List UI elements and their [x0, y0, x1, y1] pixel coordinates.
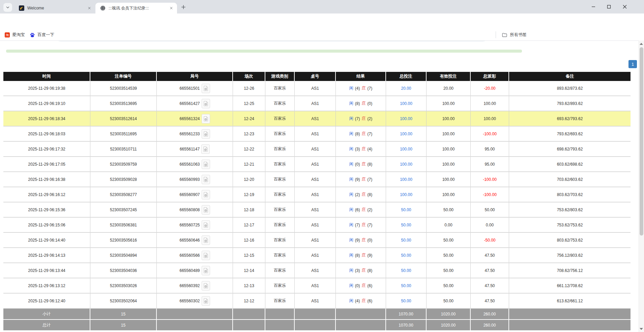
video-replay-button[interactable] [202, 175, 210, 184]
window-maximize-button[interactable] [604, 3, 614, 11]
all-bookmarks-button[interactable]: 所有书签 [502, 32, 527, 38]
tab-search-button[interactable] [3, 3, 12, 12]
bet-id-cell: 523003510711 [90, 142, 157, 156]
video-replay-button[interactable] [202, 99, 210, 108]
table-row[interactable]: 2025-11-29 06:13:44523003504036665560489… [3, 263, 631, 278]
new-tab-button[interactable] [180, 4, 187, 10]
tab-welcome[interactable]: Welcome [14, 3, 95, 13]
window-close-button[interactable] [620, 3, 630, 11]
video-replay-button[interactable] [202, 281, 210, 290]
valid-bet-cell: 20.00 [427, 81, 471, 95]
round-cell: 665561063 [157, 157, 233, 171]
total-bet-link[interactable]: 50.00 [386, 263, 427, 278]
tab-close-icon[interactable] [168, 5, 174, 11]
session-cell: 12-18 [233, 202, 265, 217]
table-row[interactable]: 2025-11-29 06:15:36523003507245665560808… [3, 202, 631, 218]
video-replay-button[interactable] [202, 251, 210, 260]
total-bet-link[interactable]: 100.00 [386, 157, 427, 171]
table-row[interactable]: 2025-11-29 06:12:40523003502064665560302… [3, 294, 631, 309]
table-row[interactable]: 2025-11-29 06:17:32523003510711665561147… [3, 142, 631, 157]
remark-cell: 753.62/803.62 [509, 202, 631, 217]
round-number: 665561147 [180, 147, 200, 151]
summary-count: 15 [90, 309, 157, 319]
video-replay-button[interactable] [202, 266, 210, 275]
valid-bet-cell: 100.00 [427, 157, 471, 171]
table-row[interactable]: 2025-11-29 06:14:40523003505616665560646… [3, 233, 631, 248]
video-replay-button[interactable] [202, 129, 210, 139]
time-cell: 2025-11-29 06:12:40 [3, 294, 90, 308]
table-row[interactable]: 2025-11-29 06:17:05523003509759665561063… [3, 157, 631, 172]
table-row[interactable]: 2025-11-29 06:16:12523003508277665560907… [3, 187, 631, 202]
remark-cell: 698.62/793.62 [509, 142, 631, 156]
table-footer: 小计151070.001020.00260.00总计151070.001020.… [3, 309, 631, 331]
video-replay-button[interactable] [202, 220, 210, 230]
video-replay-button[interactable] [201, 144, 210, 154]
total-bet-link[interactable]: 100.00 [386, 96, 427, 111]
round-number: 665561233 [179, 132, 200, 136]
globe-icon [100, 5, 106, 11]
session-cell: 12-16 [233, 233, 265, 247]
round-number: 665561427 [179, 101, 200, 106]
table-row[interactable]: 2025-11-29 06:16:38523003509028665560993… [3, 172, 631, 187]
summary-payout: 260.00 [471, 320, 509, 330]
remark-cell: 693.62/793.62 [509, 111, 631, 126]
table-row[interactable]: 2025-11-29 06:19:38523003514539665561501… [3, 81, 631, 96]
payout-cell: 0.00 [471, 218, 509, 232]
table-row[interactable]: 2025-11-29 06:19:10523003513695665561427… [3, 96, 631, 111]
summary-payout: 260.00 [471, 309, 509, 319]
table-row[interactable]: 2025-11-29 06:13:12523003503026665560392… [3, 278, 631, 294]
table-number-cell: AS1 [295, 172, 336, 187]
scroll-up-arrow[interactable] [639, 41, 644, 47]
column-header: 总投注 [386, 72, 427, 81]
total-bet-link[interactable]: 100.00 [386, 172, 427, 187]
column-header: 备注 [509, 72, 631, 81]
session-cell: 12-12 [233, 294, 265, 308]
total-bet-link[interactable]: 50.00 [386, 278, 427, 293]
video-replay-button[interactable] [202, 205, 210, 215]
total-bet-link[interactable]: 100.00 [386, 187, 427, 202]
payout-cell: 100.00 [471, 111, 509, 126]
scroll-down-arrow[interactable] [639, 326, 644, 332]
total-bet-link[interactable]: 100.00 [386, 111, 427, 126]
table-row[interactable]: 2025-11-29 06:15:06523003506381665560725… [3, 218, 631, 233]
bookmarks-divider [496, 31, 496, 38]
round-number: 665560566 [179, 253, 200, 258]
total-bet-link[interactable]: 50.00 [386, 202, 427, 217]
round-cell: 665561501 [157, 81, 233, 95]
session-cell: 12-15 [233, 248, 265, 262]
tab-close-icon[interactable] [86, 5, 92, 11]
video-replay-button[interactable] [202, 114, 210, 123]
total-bet-link[interactable]: 100.00 [386, 142, 427, 156]
time-cell: 2025-11-29 06:18:34 [3, 111, 90, 126]
total-bet-link[interactable]: 100.00 [386, 127, 427, 141]
column-header: 桌号 [295, 72, 336, 81]
table-row[interactable]: 2025-11-29 06:18:03523003511695665561233… [3, 127, 631, 142]
round-cell: 665561147 [157, 142, 233, 156]
total-bet-link[interactable]: 20.00 [386, 81, 427, 95]
round-number: 665560808 [179, 208, 200, 212]
tab-betrecord[interactable]: :::视讯 会员下注纪录::: [95, 3, 177, 13]
bookmark-baidu[interactable]: 百度一下 [30, 32, 54, 38]
table-row[interactable]: 2025-11-29 06:18:34523003512614665561324… [3, 111, 631, 127]
window-minimize-button[interactable] [588, 3, 598, 11]
video-replay-button[interactable] [202, 236, 210, 245]
table-number-cell: AS1 [295, 233, 336, 247]
video-replay-button[interactable] [202, 296, 210, 306]
bookmark-taobao[interactable]: 淘 爱淘宝 [5, 32, 25, 38]
total-bet-link[interactable]: 50.00 [386, 248, 427, 262]
scrollbar-thumb[interactable] [640, 47, 643, 236]
time-cell: 2025-11-29 06:18:03 [3, 127, 90, 141]
video-replay-button[interactable] [202, 190, 210, 199]
video-replay-button[interactable] [202, 160, 210, 169]
pagination-page-1[interactable]: 1 [628, 60, 637, 68]
total-bet-link[interactable]: 50.00 [386, 218, 427, 232]
total-bet-link[interactable]: 50.00 [386, 233, 427, 247]
round-number: 665561501 [179, 86, 200, 91]
round-cell: 665560566 [157, 248, 233, 262]
video-replay-button[interactable] [202, 84, 210, 93]
table-row[interactable]: 2025-11-29 06:14:13523003504894665560566… [3, 248, 631, 263]
session-cell: 12-19 [233, 187, 265, 202]
total-bet-link[interactable]: 50.00 [386, 294, 427, 308]
bet-id-cell: 523003504036 [90, 263, 157, 278]
valid-bet-cell: 50.00 [427, 248, 471, 262]
